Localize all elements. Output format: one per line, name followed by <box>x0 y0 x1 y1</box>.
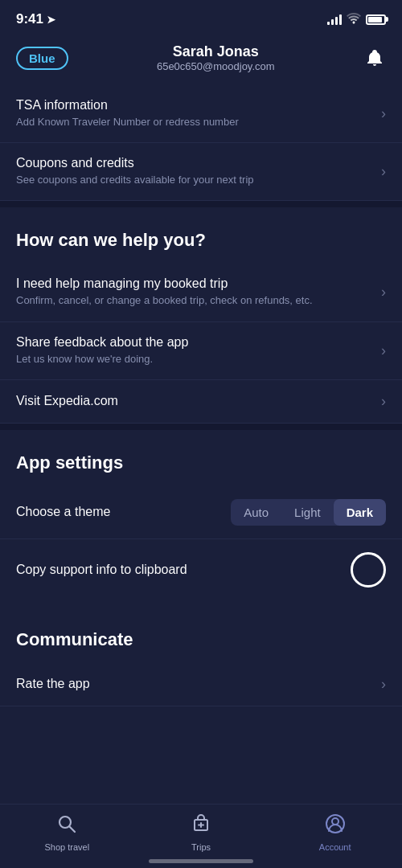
rate-app-item[interactable]: Rate the app › <box>0 663 402 706</box>
feedback-title: Share feedback about the app <box>16 335 373 350</box>
account-icon <box>325 813 346 839</box>
svg-line-1 <box>70 826 76 832</box>
coupons-subtitle: See coupons and credits available for yo… <box>16 173 373 187</box>
profile-info: Sarah Jonas 65e0c650@moodjoy.com <box>68 43 363 72</box>
time-display: 9:41 <box>16 11 43 27</box>
home-indicator <box>149 859 253 863</box>
section-divider-2 <box>0 424 402 430</box>
status-bar: 9:41 ➤ <box>0 0 402 35</box>
wifi-icon <box>347 13 361 27</box>
rate-app-title: Rate the app <box>16 677 373 691</box>
bottom-navigation: Shop travel Trips Account <box>0 804 402 868</box>
status-time: 9:41 ➤ <box>16 11 55 27</box>
app-settings-header: App settings <box>0 430 402 486</box>
battery-icon <box>366 14 386 25</box>
app-settings-section: App settings Choose a theme Auto Light D… <box>0 430 402 600</box>
section-divider-1 <box>0 201 402 207</box>
tsa-subtitle: Add Known Traveler Number or redress num… <box>16 115 373 129</box>
account-menu-section: TSA information Add Known Traveler Numbe… <box>0 85 402 201</box>
profile-header: Blue Sarah Jonas 65e0c650@moodjoy.com <box>0 35 402 85</box>
bell-icon[interactable] <box>363 47 386 69</box>
search-icon <box>56 813 77 839</box>
account-label: Account <box>319 842 351 852</box>
theme-label: Choose a theme <box>16 505 110 519</box>
feedback-item[interactable]: Share feedback about the app Let us know… <box>0 322 402 380</box>
shop-travel-label: Shop travel <box>45 842 90 852</box>
feedback-subtitle: Let us know how we're doing. <box>16 352 373 366</box>
loyalty-badge: Blue <box>16 47 68 70</box>
theme-auto-option[interactable]: Auto <box>231 499 281 526</box>
booked-trip-chevron-icon: › <box>381 284 386 301</box>
svg-point-6 <box>332 818 338 825</box>
feedback-chevron-icon: › <box>381 342 386 359</box>
trips-label: Trips <box>191 842 211 852</box>
clipboard-row: Copy support info to clipboard <box>0 539 402 600</box>
communicate-section: Communicate Rate the app › <box>0 607 402 706</box>
coupons-menu-item[interactable]: Coupons and credits See coupons and cred… <box>0 143 402 201</box>
expedia-chevron-icon: › <box>381 393 386 410</box>
help-section-header: How can we help you? <box>0 207 402 264</box>
clipboard-label: Copy support info to clipboard <box>16 563 187 577</box>
booked-trip-item[interactable]: I need help managing my booked trip Conf… <box>0 264 402 321</box>
profile-name: Sarah Jonas <box>68 43 363 60</box>
theme-settings-row: Choose a theme Auto Light Dark <box>0 486 402 539</box>
tsa-chevron-icon: › <box>381 105 386 122</box>
theme-selector[interactable]: Auto Light Dark <box>231 499 386 526</box>
nav-trips[interactable]: Trips <box>134 813 269 852</box>
trips-icon <box>191 813 211 839</box>
expedia-title: Visit Expedia.com <box>16 394 373 408</box>
tsa-title: TSA information <box>16 98 373 113</box>
tsa-menu-item[interactable]: TSA information Add Known Traveler Numbe… <box>0 85 402 143</box>
clipboard-toggle[interactable] <box>351 552 386 588</box>
coupons-chevron-icon: › <box>381 163 386 180</box>
nav-account[interactable]: Account <box>268 813 402 852</box>
theme-light-option[interactable]: Light <box>281 499 334 526</box>
profile-email: 65e0c650@moodjoy.com <box>68 60 363 72</box>
location-arrow-icon: ➤ <box>47 14 55 26</box>
status-icons <box>327 13 386 27</box>
nav-shop-travel[interactable]: Shop travel <box>0 813 134 852</box>
signal-icon <box>327 14 342 25</box>
expedia-item[interactable]: Visit Expedia.com › <box>0 380 402 424</box>
theme-dark-option[interactable]: Dark <box>334 499 386 526</box>
communicate-header: Communicate <box>0 607 402 663</box>
coupons-title: Coupons and credits <box>16 156 373 170</box>
booked-trip-subtitle: Confirm, cancel, or change a booked trip… <box>16 293 373 308</box>
booked-trip-title: I need help managing my booked trip <box>16 276 373 291</box>
rate-app-chevron-icon: › <box>381 676 386 693</box>
help-section: How can we help you? I need help managin… <box>0 207 402 423</box>
